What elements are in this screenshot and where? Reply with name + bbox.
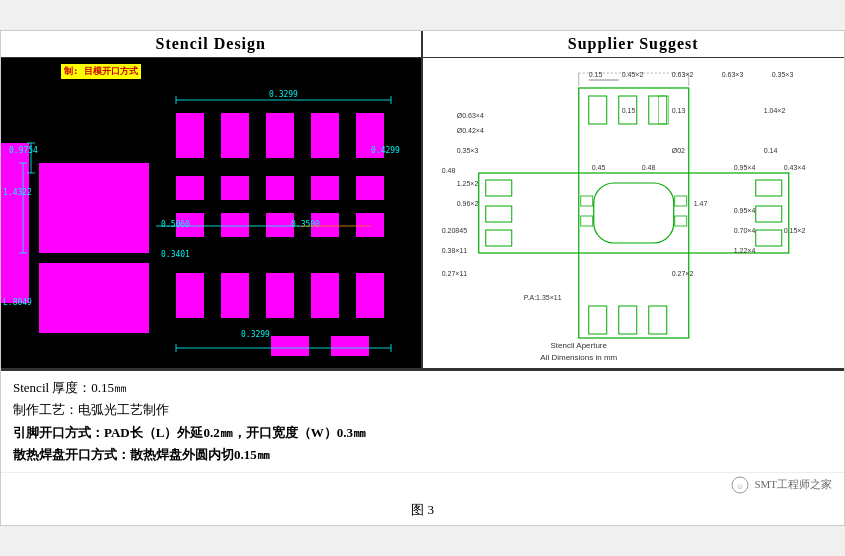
dim-0-5060: 0.5060 — [161, 220, 190, 229]
pad-center-bot — [39, 263, 149, 333]
svg-text:0.45×2: 0.45×2 — [621, 71, 643, 78]
dim-1-4322: 1.4322 — [3, 188, 32, 197]
pad-mid2-3 — [266, 213, 294, 237]
svg-text:0.15: 0.15 — [588, 71, 602, 78]
left-panel: Stencil Design 制: 目模开口方式 — [1, 31, 423, 368]
info-line-2: 制作工艺：电弧光工艺制作 — [13, 399, 832, 421]
svg-text:0.27×2: 0.27×2 — [671, 270, 693, 277]
pad-top-1 — [176, 113, 204, 158]
svg-rect-14 — [423, 58, 843, 368]
svg-text:0.35×3: 0.35×3 — [456, 147, 478, 154]
svg-text:0.70×4: 0.70×4 — [733, 227, 755, 234]
logo-section: ☺ SMT工程师之家 — [1, 472, 844, 497]
left-title: Stencil Design — [1, 31, 421, 58]
supplier-svg: 0.15 0.45×2 0.63×2 0.63×3 0.35×3 Ø0.63×4… — [423, 58, 845, 368]
svg-text:Ø0.63×4: Ø0.63×4 — [456, 112, 483, 119]
dim-0-3500: 0.3500 — [291, 220, 320, 229]
info-line-4: 散热焊盘开口方式：散热焊盘外圆内切0.15㎜ — [13, 444, 832, 466]
pad-mid-2 — [221, 176, 249, 200]
svg-text:0.15: 0.15 — [621, 107, 635, 114]
svg-text:Ø0.42×4: Ø0.42×4 — [456, 127, 483, 134]
svg-text:0.38×11: 0.38×11 — [441, 247, 467, 254]
svg-text:0.63×3: 0.63×3 — [721, 71, 743, 78]
dim-0-4299: 0.4299 — [371, 146, 400, 155]
svg-text:0.27×11: 0.27×11 — [441, 270, 467, 277]
info-line-3: 引脚开口方式：PAD长（L）外延0.2㎜，开口宽度（W）0.3㎜ — [13, 422, 832, 444]
label-note: 制: 目模开口方式 — [61, 64, 141, 79]
pad-bot-2 — [221, 273, 249, 318]
svg-text:0.35×3: 0.35×3 — [771, 71, 793, 78]
pad-mid2-2 — [221, 213, 249, 237]
pad-mid-1 — [176, 176, 204, 200]
svg-text:0.13: 0.13 — [671, 107, 685, 114]
right-panel: Supplier Suggest — [423, 31, 845, 368]
svg-text:0.95×4: 0.95×4 — [733, 207, 755, 214]
svg-text:0.48: 0.48 — [641, 164, 655, 171]
svg-text:0.15×2: 0.15×2 — [783, 227, 805, 234]
svg-text:0.14: 0.14 — [763, 147, 777, 154]
svg-text:0.45: 0.45 — [591, 164, 605, 171]
svg-text:0.63×2: 0.63×2 — [671, 71, 693, 78]
svg-text:1.25×2: 1.25×2 — [456, 180, 478, 187]
stencil-canvas: 制: 目模开口方式 — [1, 58, 421, 368]
fig-caption: 图 3 — [1, 497, 844, 525]
main-container: Stencil Design 制: 目模开口方式 — [0, 30, 845, 525]
svg-text:0.20845: 0.20845 — [441, 227, 466, 234]
info-line-1: Stencil 厚度：0.15㎜ — [13, 377, 832, 399]
logo-text: SMT工程师之家 — [754, 477, 832, 492]
info-text-1: Stencil 厚度：0.15㎜ — [13, 380, 127, 395]
pad-bsmall-1 — [271, 336, 309, 356]
supplier-canvas: 0.15 0.45×2 0.63×2 0.63×3 0.35×3 Ø0.63×4… — [423, 58, 845, 368]
svg-text:1.04×2: 1.04×2 — [763, 107, 785, 114]
svg-text:0.48: 0.48 — [441, 167, 455, 174]
pad-top-2 — [221, 113, 249, 158]
pad-top-4 — [311, 113, 339, 158]
pad-bot-3 — [266, 273, 294, 318]
svg-text:Stencil Aperture: Stencil Aperture — [550, 341, 607, 350]
right-title: Supplier Suggest — [423, 31, 845, 58]
pad-bot-5 — [356, 273, 384, 318]
info-text-3: 引脚开口方式：PAD长（L）外延0.2㎜，开口宽度（W）0.3㎜ — [13, 425, 366, 440]
svg-text:☺: ☺ — [736, 482, 744, 491]
pad-mid-4 — [311, 176, 339, 200]
pad-left-bar — [1, 143, 29, 303]
dim-0-9754: 0.9754 — [9, 146, 38, 155]
svg-text:0.43×4: 0.43×4 — [783, 164, 805, 171]
pad-mid-5 — [356, 176, 384, 200]
pad-bot-1 — [176, 273, 204, 318]
dim-l-8049: L.8049 — [3, 298, 32, 307]
svg-text:Ø02: Ø02 — [671, 147, 684, 154]
logo-icon: ☺ — [730, 475, 750, 495]
svg-text:1.22×4: 1.22×4 — [733, 247, 755, 254]
svg-text:0.95×4: 0.95×4 — [733, 164, 755, 171]
dim-0-3401: 0.3401 — [161, 250, 190, 259]
pad-mid2-5 — [356, 213, 384, 237]
top-section: Stencil Design 制: 目模开口方式 — [1, 31, 844, 370]
pad-bot-4 — [311, 273, 339, 318]
svg-text:0.96×2: 0.96×2 — [456, 200, 478, 207]
info-section: Stencil 厚度：0.15㎜ 制作工艺：电弧光工艺制作 引脚开口方式：PAD… — [1, 370, 844, 471]
svg-text:All Dimensions in mm: All Dimensions in mm — [540, 353, 617, 362]
dim-0-3299-bot: 0.3299 — [241, 330, 270, 339]
info-text-4: 散热焊盘开口方式：散热焊盘外圆内切0.15㎜ — [13, 447, 270, 462]
svg-text:P.A:1.35×11: P.A:1.35×11 — [523, 294, 561, 301]
svg-text:1.47: 1.47 — [693, 200, 707, 207]
pad-bsmall-2 — [331, 336, 369, 356]
dim-0-3299-top: 0.3299 — [269, 90, 298, 99]
pad-top-3 — [266, 113, 294, 158]
pad-center-left — [39, 163, 149, 253]
info-text-2: 制作工艺：电弧光工艺制作 — [13, 402, 169, 417]
pad-mid-3 — [266, 176, 294, 200]
